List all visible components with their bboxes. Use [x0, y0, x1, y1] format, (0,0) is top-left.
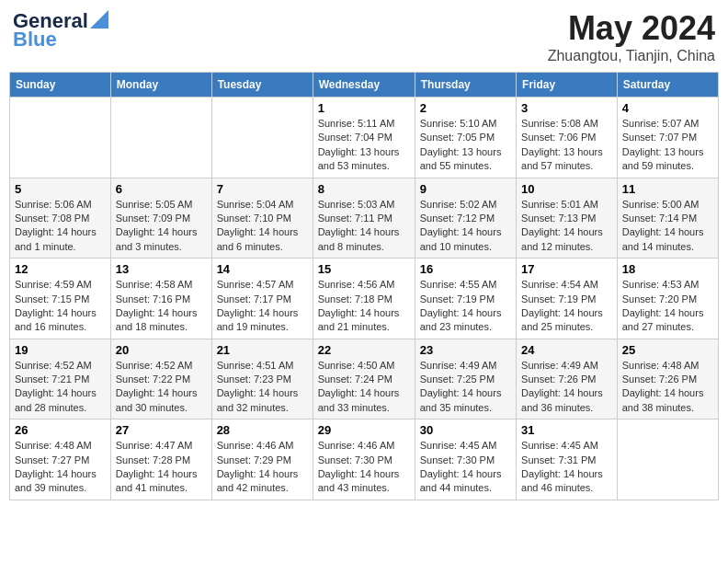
day-number: 24 — [521, 343, 612, 357]
day-number: 8 — [318, 182, 410, 196]
day-number: 20 — [116, 343, 207, 357]
day-info: Sunrise: 5:05 AMSunset: 7:09 PMDaylight:… — [116, 198, 207, 255]
day-info: Sunrise: 4:55 AMSunset: 7:19 PMDaylight:… — [420, 278, 511, 335]
day-number: 12 — [15, 262, 106, 276]
calendar-cell: 30Sunrise: 4:45 AMSunset: 7:30 PMDayligh… — [415, 419, 516, 500]
header-saturday: Saturday — [617, 73, 718, 98]
day-number: 2 — [420, 101, 511, 115]
day-number: 17 — [521, 262, 612, 276]
day-info: Sunrise: 5:11 AMSunset: 7:04 PMDaylight:… — [318, 117, 410, 174]
day-number: 21 — [217, 343, 308, 357]
day-number: 25 — [622, 343, 713, 357]
calendar-cell: 14Sunrise: 4:57 AMSunset: 7:17 PMDayligh… — [211, 259, 313, 339]
logo: General Blue — [13, 9, 108, 52]
calendar-cell: 31Sunrise: 4:45 AMSunset: 7:31 PMDayligh… — [517, 419, 618, 500]
calendar-cell: 13Sunrise: 4:58 AMSunset: 7:16 PMDayligh… — [110, 259, 211, 339]
calendar-cell: 12Sunrise: 4:59 AMSunset: 7:15 PMDayligh… — [10, 259, 111, 339]
calendar-cell: 26Sunrise: 4:48 AMSunset: 7:27 PMDayligh… — [10, 419, 111, 500]
calendar-cell: 10Sunrise: 5:01 AMSunset: 7:13 PMDayligh… — [517, 178, 618, 259]
calendar-week-2: 5Sunrise: 5:06 AMSunset: 7:08 PMDaylight… — [10, 178, 719, 259]
calendar-cell: 6Sunrise: 5:05 AMSunset: 7:09 PMDaylight… — [110, 178, 211, 259]
day-number: 28 — [217, 423, 308, 437]
day-number: 14 — [217, 262, 308, 276]
calendar-cell: 2Sunrise: 5:10 AMSunset: 7:05 PMDaylight… — [415, 98, 516, 178]
calendar-cell: 9Sunrise: 5:02 AMSunset: 7:12 PMDaylight… — [415, 178, 516, 259]
calendar-cell: 21Sunrise: 4:51 AMSunset: 7:23 PMDayligh… — [211, 339, 313, 419]
day-info: Sunrise: 4:45 AMSunset: 7:30 PMDaylight:… — [420, 439, 511, 496]
day-number: 22 — [318, 343, 410, 357]
day-number: 29 — [318, 423, 410, 437]
header-friday: Friday — [517, 73, 618, 98]
day-number: 1 — [318, 101, 410, 115]
header-wednesday: Wednesday — [313, 73, 415, 98]
day-number: 6 — [116, 182, 207, 196]
day-info: Sunrise: 5:04 AMSunset: 7:10 PMDaylight:… — [217, 198, 308, 255]
calendar-cell: 1Sunrise: 5:11 AMSunset: 7:04 PMDaylight… — [313, 98, 415, 178]
calendar-cell — [10, 98, 111, 178]
calendar-week-3: 12Sunrise: 4:59 AMSunset: 7:15 PMDayligh… — [10, 259, 719, 339]
calendar-table: SundayMondayTuesdayWednesdayThursdayFrid… — [9, 72, 719, 500]
day-info: Sunrise: 4:53 AMSunset: 7:20 PMDaylight:… — [622, 278, 713, 335]
calendar-cell: 17Sunrise: 4:54 AMSunset: 7:19 PMDayligh… — [517, 259, 618, 339]
day-info: Sunrise: 5:03 AMSunset: 7:11 PMDaylight:… — [318, 198, 410, 255]
header-tuesday: Tuesday — [211, 73, 313, 98]
day-number: 9 — [420, 182, 511, 196]
day-info: Sunrise: 4:50 AMSunset: 7:24 PMDaylight:… — [318, 359, 410, 416]
day-info: Sunrise: 5:08 AMSunset: 7:06 PMDaylight:… — [521, 117, 612, 174]
day-info: Sunrise: 4:49 AMSunset: 7:26 PMDaylight:… — [521, 359, 612, 416]
calendar-cell: 5Sunrise: 5:06 AMSunset: 7:08 PMDaylight… — [10, 178, 111, 259]
calendar-cell: 16Sunrise: 4:55 AMSunset: 7:19 PMDayligh… — [415, 259, 516, 339]
day-info: Sunrise: 4:51 AMSunset: 7:23 PMDaylight:… — [217, 359, 308, 416]
day-info: Sunrise: 4:56 AMSunset: 7:18 PMDaylight:… — [318, 278, 410, 335]
calendar-week-4: 19Sunrise: 4:52 AMSunset: 7:21 PMDayligh… — [10, 339, 719, 419]
header-sunday: Sunday — [10, 73, 111, 98]
day-info: Sunrise: 4:52 AMSunset: 7:21 PMDaylight:… — [15, 359, 106, 416]
logo-icon — [90, 10, 108, 29]
calendar-cell: 8Sunrise: 5:03 AMSunset: 7:11 PMDaylight… — [313, 178, 415, 259]
calendar-cell: 11Sunrise: 5:00 AMSunset: 7:14 PMDayligh… — [617, 178, 718, 259]
day-info: Sunrise: 4:59 AMSunset: 7:15 PMDaylight:… — [15, 278, 106, 335]
calendar-cell — [211, 98, 313, 178]
day-number: 15 — [318, 262, 410, 276]
day-info: Sunrise: 5:00 AMSunset: 7:14 PMDaylight:… — [622, 198, 713, 255]
calendar-cell: 25Sunrise: 4:48 AMSunset: 7:26 PMDayligh… — [617, 339, 718, 419]
calendar-week-5: 26Sunrise: 4:48 AMSunset: 7:27 PMDayligh… — [10, 419, 719, 500]
day-number: 19 — [15, 343, 106, 357]
day-info: Sunrise: 4:57 AMSunset: 7:17 PMDaylight:… — [217, 278, 308, 335]
day-info: Sunrise: 4:58 AMSunset: 7:16 PMDaylight:… — [116, 278, 207, 335]
day-number: 31 — [521, 423, 612, 437]
day-number: 3 — [521, 101, 612, 115]
day-number: 26 — [15, 423, 106, 437]
day-number: 30 — [420, 423, 511, 437]
day-number: 18 — [622, 262, 713, 276]
day-info: Sunrise: 5:06 AMSunset: 7:08 PMDaylight:… — [15, 198, 106, 255]
calendar-cell: 15Sunrise: 4:56 AMSunset: 7:18 PMDayligh… — [313, 259, 415, 339]
day-number: 16 — [420, 262, 511, 276]
day-number: 13 — [116, 262, 207, 276]
day-number: 4 — [622, 101, 713, 115]
day-number: 5 — [15, 182, 106, 196]
day-info: Sunrise: 4:45 AMSunset: 7:31 PMDaylight:… — [521, 439, 612, 496]
calendar-cell: 23Sunrise: 4:49 AMSunset: 7:25 PMDayligh… — [415, 339, 516, 419]
calendar-cell: 28Sunrise: 4:46 AMSunset: 7:29 PMDayligh… — [211, 419, 313, 500]
calendar-header-row: SundayMondayTuesdayWednesdayThursdayFrid… — [10, 73, 719, 98]
title-block: May 2024 Zhuangtou, Tianjin, China — [548, 9, 715, 64]
day-number: 23 — [420, 343, 511, 357]
calendar-cell: 22Sunrise: 4:50 AMSunset: 7:24 PMDayligh… — [313, 339, 415, 419]
logo-blue: Blue — [13, 28, 57, 52]
calendar-cell — [110, 98, 211, 178]
day-info: Sunrise: 4:46 AMSunset: 7:30 PMDaylight:… — [318, 439, 410, 496]
calendar-cell: 4Sunrise: 5:07 AMSunset: 7:07 PMDaylight… — [617, 98, 718, 178]
calendar-cell: 27Sunrise: 4:47 AMSunset: 7:28 PMDayligh… — [110, 419, 211, 500]
calendar-cell: 3Sunrise: 5:08 AMSunset: 7:06 PMDaylight… — [517, 98, 618, 178]
day-info: Sunrise: 4:49 AMSunset: 7:25 PMDaylight:… — [420, 359, 511, 416]
day-info: Sunrise: 4:46 AMSunset: 7:29 PMDaylight:… — [217, 439, 308, 496]
day-info: Sunrise: 5:02 AMSunset: 7:12 PMDaylight:… — [420, 198, 511, 255]
calendar-cell: 18Sunrise: 4:53 AMSunset: 7:20 PMDayligh… — [617, 259, 718, 339]
calendar-cell: 20Sunrise: 4:52 AMSunset: 7:22 PMDayligh… — [110, 339, 211, 419]
month-title: May 2024 — [548, 9, 715, 48]
day-info: Sunrise: 5:01 AMSunset: 7:13 PMDaylight:… — [521, 198, 612, 255]
calendar-cell: 29Sunrise: 4:46 AMSunset: 7:30 PMDayligh… — [313, 419, 415, 500]
calendar-cell — [617, 419, 718, 500]
day-info: Sunrise: 5:07 AMSunset: 7:07 PMDaylight:… — [622, 117, 713, 174]
